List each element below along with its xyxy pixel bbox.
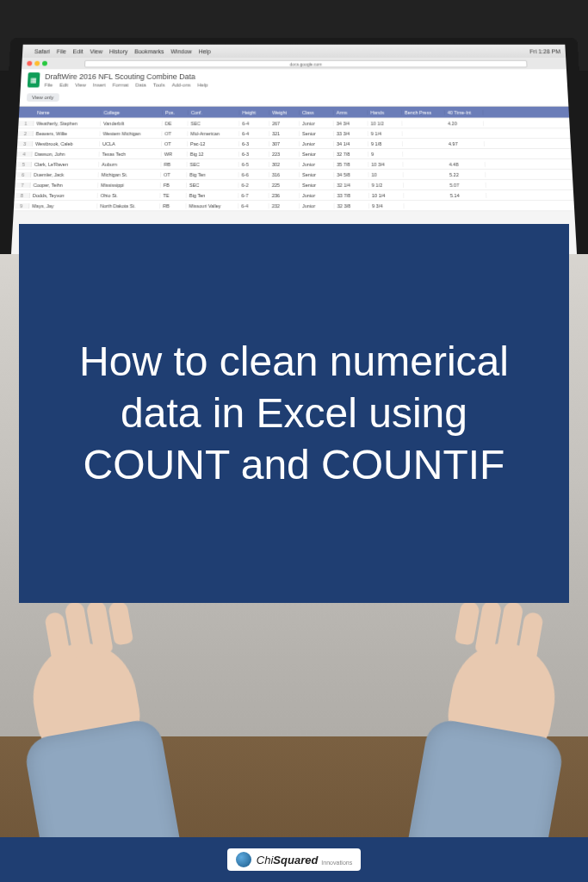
brand-logo: ChiSquared Innovations — [227, 848, 361, 871]
menu-item: Bookmarks — [134, 48, 164, 54]
col-header: Pos. — [163, 109, 189, 115]
menu-item: History — [109, 48, 128, 54]
main-title: How to clean numerical data in Excel usi… — [45, 336, 543, 491]
col-header: Name — [34, 109, 102, 115]
col-header: Arms — [334, 109, 368, 115]
menu-item: Safari — [34, 48, 50, 54]
col-header: Conf. — [189, 109, 240, 115]
sheet-menu-item: View — [75, 83, 86, 88]
spreadsheet-header: ▦ DraftWire 2016 NFL Scouting Combine Da… — [20, 69, 569, 107]
table-row: 2Beavers, WillieWestern MichiganOTMid-Am… — [18, 128, 571, 139]
col-header: Hands — [368, 109, 402, 115]
url-bar: docs.google.com — [84, 59, 528, 67]
globe-icon — [236, 852, 251, 867]
table-row: 5Clark, Le'RavenAuburnRBSEC6-5302Junior3… — [15, 159, 572, 170]
title-overlay: How to clean numerical data in Excel usi… — [19, 224, 569, 603]
mac-menubar: Safari File Edit View History Bookmarks … — [22, 45, 566, 58]
menu-item: View — [90, 48, 102, 54]
sheet-menu-item: File — [45, 83, 53, 88]
view-only-badge: View only — [27, 93, 59, 102]
sheet-menu-item: Edit — [59, 83, 68, 88]
table-row: 4Dawson, JohnTexas TechWRBig 126-3223Sen… — [16, 149, 572, 159]
col-header: Bench Press — [402, 109, 445, 115]
menu-item: Edit — [73, 48, 84, 54]
sheet-menu-item: Tools — [153, 83, 165, 88]
spreadsheet-grid: Name College Pos. Conf. Height Weight Cl… — [14, 107, 575, 211]
menu-item: Help — [199, 48, 211, 54]
close-window-icon — [27, 61, 32, 66]
sheet-menu-item: Data — [135, 83, 146, 88]
footer-bar: ChiSquared Innovations — [0, 837, 588, 882]
sheet-menu-item: Insert — [93, 83, 106, 88]
brand-name-part2: Squared — [273, 854, 318, 866]
sheets-icon: ▦ — [28, 72, 40, 87]
table-row: 9Mays, JayNorth Dakota St.RBMissouri Val… — [14, 201, 575, 211]
maximize-window-icon — [42, 61, 47, 66]
sheet-menu-item: Format — [113, 83, 129, 88]
col-header: Class — [300, 109, 334, 115]
table-row: 8Dodds, TeyvonOhio St.TEBig Ten6-7236Jun… — [14, 190, 573, 201]
menu-item: Window — [170, 48, 192, 54]
sheet-menu-item: Add-ons — [171, 83, 190, 88]
table-header-row: Name College Pos. Conf. Height Weight Cl… — [19, 107, 569, 119]
brand-tagline: Innovations — [321, 860, 352, 866]
col-header: 40 Time-Int — [445, 109, 484, 115]
table-row: 7Cooper, TeihnMississippiFBSEC6-2225Seni… — [15, 180, 573, 190]
table-row: 6Duemler, JackMichigan St.OTBig Ten6-631… — [15, 170, 573, 180]
sheet-menu-item: Help — [197, 83, 207, 88]
table-row: 3Westbrook, CalebUCLAOTPac-126-3307Junio… — [17, 139, 571, 149]
col-header: College — [101, 109, 163, 115]
col-header: Height — [239, 109, 269, 115]
document-title: DraftWire 2016 NFL Scouting Combine Data — [45, 72, 208, 81]
table-row: 1Weatherly, StephenVanderbiltDESEC6-4267… — [18, 119, 570, 129]
minimize-window-icon — [34, 61, 40, 66]
browser-toolbar: docs.google.com — [22, 58, 566, 69]
clock: Fri 1:28 PM — [529, 48, 560, 54]
menu-item: File — [57, 48, 66, 54]
brand-name-part1: Chi — [257, 854, 274, 866]
col-header: Weight — [269, 109, 300, 115]
